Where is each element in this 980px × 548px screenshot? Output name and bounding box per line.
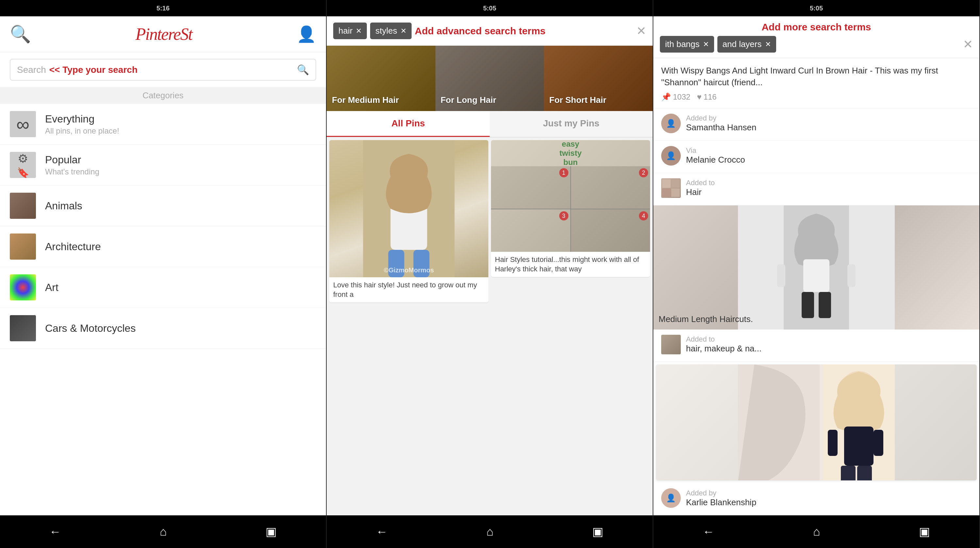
- pins-col-left: ©GizmoMormos Love this hair style! Just …: [329, 140, 488, 513]
- tag-bangs-remove[interactable]: ✕: [703, 40, 709, 49]
- user-icon[interactable]: 👤: [297, 25, 316, 43]
- emma-stone-pin-card[interactable]: Emma Stone Hairstyle - looks effortless …: [656, 364, 977, 480]
- search-icon[interactable]: 🔍: [10, 24, 31, 44]
- tag-hair-text: hair: [339, 26, 353, 36]
- back-button-3[interactable]: ←: [703, 525, 714, 538]
- tile-long-hair[interactable]: For Long Hair: [436, 46, 544, 111]
- nav-bar-3: ← ⌂ ▣: [653, 515, 979, 548]
- samantha-row: 👤 Added by Samantha Hansen: [661, 114, 972, 133]
- makeup-board-row: Added to hair, makeup & na...: [661, 335, 972, 354]
- melanie-name[interactable]: Melanie Crocco: [686, 155, 972, 165]
- svg-rect-17: [841, 466, 856, 480]
- pin-hair-girl[interactable]: ©GizmoMormos Love this hair style! Just …: [329, 140, 488, 302]
- samantha-name[interactable]: Samantha Hansen: [686, 122, 972, 133]
- status-bar-2: 5:05: [327, 0, 653, 16]
- tile-short-hair[interactable]: For Short Hair: [544, 46, 653, 111]
- home-button-1[interactable]: ⌂: [160, 525, 167, 538]
- categories-label: Categories: [0, 87, 326, 104]
- popular-thumb: ⚙ 🔖: [10, 152, 36, 178]
- add-more-hint-wrapper: Add more search terms: [660, 22, 973, 33]
- repin-number: 1032: [673, 92, 690, 102]
- svg-rect-12: [847, 264, 856, 287]
- cars-thumb: [10, 315, 36, 341]
- recent-button-2[interactable]: ▣: [592, 525, 603, 538]
- screen-2: hair ✕ styles ✕ Add advanced search term…: [327, 16, 653, 515]
- search-bar-2: hair ✕ styles ✕ Add advanced search term…: [327, 16, 653, 46]
- samantha-info: Added by Samantha Hansen: [686, 114, 972, 133]
- added-to-label: Added to: [686, 179, 972, 187]
- pins-grid: ©GizmoMormos Love this hair style! Just …: [327, 138, 653, 515]
- watermark-text: ©GizmoMormos: [329, 267, 488, 274]
- makeup-board-info: Added to hair, makeup & na...: [686, 335, 972, 354]
- sidebar-item-architecture[interactable]: Architecture: [0, 226, 326, 267]
- pins-col-right: easytwistybun 1 2 3 4 Hair Styles tutori…: [491, 140, 650, 513]
- architecture-name: Architecture: [45, 241, 101, 253]
- added-by-samantha-section: 👤 Added by Samantha Hansen: [653, 108, 979, 141]
- search-mag-icon: 🔍: [297, 64, 309, 75]
- tag-styles-text: styles: [375, 26, 397, 36]
- sidebar-item-art[interactable]: Art: [0, 267, 326, 308]
- search-close-button[interactable]: ✕: [636, 24, 646, 38]
- hair-board-name[interactable]: Hair: [686, 187, 972, 197]
- svg-rect-18: [857, 466, 872, 480]
- heart-icon: ♥: [697, 92, 702, 102]
- hair-board-thumb: [661, 178, 681, 198]
- tile-medium-hair[interactable]: For Medium Hair: [327, 46, 436, 111]
- sidebar-item-everything[interactable]: ∞ Everything All pins, in one place!: [0, 104, 326, 145]
- category-list: ∞ Everything All pins, in one place! ⚙ 🔖…: [0, 104, 326, 515]
- tag-styles[interactable]: styles ✕: [370, 22, 411, 39]
- back-button-2[interactable]: ←: [376, 525, 388, 538]
- karlie-info: Added by Karlie Blankenship: [686, 489, 972, 508]
- cars-name: Cars & Motorcycles: [45, 322, 135, 334]
- tag-hair[interactable]: hair ✕: [333, 22, 367, 39]
- recent-button-1[interactable]: ▣: [266, 525, 277, 538]
- like-count: ♥ 116: [697, 92, 716, 102]
- tag-layers-remove[interactable]: ✕: [765, 40, 771, 49]
- pin-tutorial[interactable]: easytwistybun 1 2 3 4 Hair Styles tutori…: [491, 140, 650, 277]
- sidebar-item-cars[interactable]: Cars & Motorcycles: [0, 308, 326, 349]
- tag-layers[interactable]: and layers ✕: [718, 36, 776, 52]
- add-more-terms-hint[interactable]: Add more search terms: [762, 22, 871, 32]
- main-image-caption: Medium Length Haircuts.: [659, 314, 753, 324]
- pin-tutorial-caption: Hair Styles tutorial...this might work w…: [491, 252, 650, 277]
- everything-thumb: ∞: [10, 111, 36, 137]
- board-thumb-cell-1: [662, 179, 671, 188]
- popular-sub: What's trending: [45, 167, 99, 176]
- pin-hair-girl-caption: Love this hair style! Just need to grow …: [329, 277, 488, 302]
- hair-board-info: Added to Hair: [686, 179, 972, 197]
- tag-styles-remove[interactable]: ✕: [401, 27, 406, 35]
- home-button-2[interactable]: ⌂: [487, 525, 493, 538]
- sidebar-item-animals[interactable]: Animals: [0, 186, 326, 226]
- board-thumb-cell-2: [671, 179, 680, 188]
- tab-all-pins[interactable]: All Pins: [327, 111, 490, 137]
- board-thumb-grid: [662, 179, 680, 197]
- home-button-3[interactable]: ⌂: [813, 525, 820, 538]
- pin-tutorial-header: easytwistybun: [491, 140, 650, 166]
- sidebar-item-popular[interactable]: ⚙ 🔖 Popular What's trending: [0, 145, 326, 186]
- status-time-1: 5:16: [156, 5, 170, 12]
- tag-bangs[interactable]: ith bangs ✕: [660, 36, 714, 52]
- art-thumb: [10, 274, 36, 300]
- hair-board-row: Added to Hair: [661, 178, 972, 198]
- emma-stone-image: [656, 364, 977, 480]
- add-search-terms-hint[interactable]: Add advanced search terms: [415, 25, 633, 37]
- tab-my-pins[interactable]: Just my Pins: [490, 111, 653, 137]
- status-time-2: 5:05: [483, 5, 496, 12]
- tag-hair-remove[interactable]: ✕: [356, 27, 362, 35]
- makeup-board-name[interactable]: hair, makeup & na...: [686, 343, 972, 354]
- karlie-name[interactable]: Karlie Blankenship: [686, 497, 972, 508]
- svg-rect-10: [819, 292, 831, 318]
- search-input-wrapper[interactable]: Search << Type your search 🔍: [10, 59, 316, 81]
- nav-bar-2: ← ⌂ ▣: [327, 515, 653, 548]
- tile-short-hair-label: For Short Hair: [549, 95, 606, 105]
- back-button-1[interactable]: ←: [49, 525, 61, 538]
- tag-layers-text: and layers: [722, 39, 762, 49]
- status-bar-1: 5:16: [0, 0, 326, 16]
- search-close-button-3[interactable]: ✕: [963, 38, 973, 51]
- like-number: 116: [704, 92, 717, 102]
- recent-button-3[interactable]: ▣: [919, 525, 930, 538]
- svg-rect-9: [802, 292, 814, 318]
- via-melanie-section: 👤 Via Melanie Crocco: [653, 141, 979, 173]
- pin-detail-content: With Wispy Bangs And Light Inward Curl I…: [653, 58, 979, 515]
- pin-tabs: All Pins Just my Pins: [327, 111, 653, 138]
